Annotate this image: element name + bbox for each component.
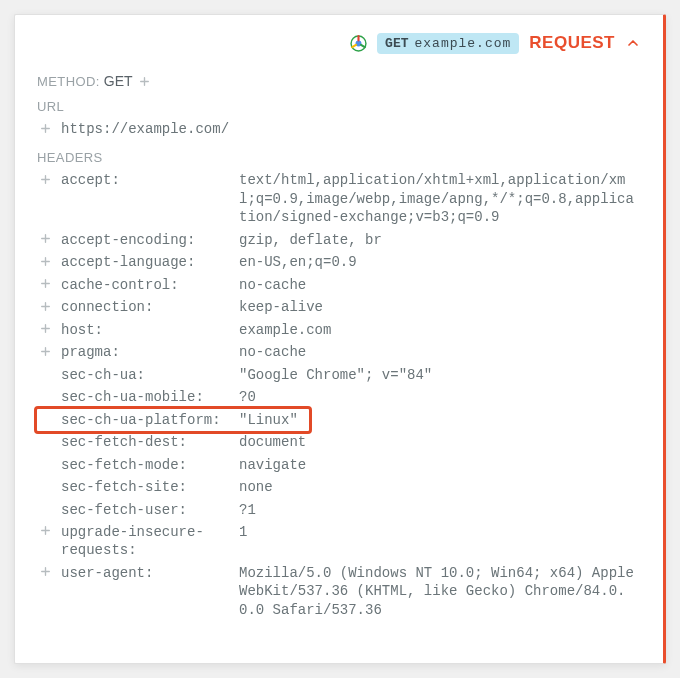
url-row: https://example.com/ xyxy=(37,118,641,140)
header-row: sec-ch-ua-platform:"Linux" xyxy=(37,409,641,431)
add-header-button[interactable] xyxy=(37,343,53,359)
add-method-button[interactable] xyxy=(137,73,153,89)
header-value: "Google Chrome"; v="84" xyxy=(239,366,641,384)
request-badge: GET example.com xyxy=(377,33,519,54)
header-name: sec-fetch-dest: xyxy=(61,433,231,451)
header-name: connection: xyxy=(61,298,231,316)
chrome-icon xyxy=(349,34,367,52)
header-name: accept-encoding: xyxy=(61,231,231,249)
header-row: cache-control:no-cache xyxy=(37,274,641,296)
header-row: sec-fetch-user:?1 xyxy=(37,499,641,521)
header-name: sec-ch-ua: xyxy=(61,366,231,384)
header-value: en-US,en;q=0.9 xyxy=(239,253,641,271)
header-row: sec-fetch-site:none xyxy=(37,476,641,498)
add-header-button[interactable] xyxy=(37,253,53,269)
add-header-button[interactable] xyxy=(37,321,53,337)
header-value: gzip, deflate, br xyxy=(239,231,641,249)
header-name: sec-fetch-user: xyxy=(61,501,231,519)
add-header-button[interactable] xyxy=(37,276,53,292)
collapse-toggle[interactable] xyxy=(625,35,641,51)
header-name: host: xyxy=(61,321,231,339)
header-value: text/html,application/xhtml+xml,applicat… xyxy=(239,171,641,226)
header-value: no-cache xyxy=(239,343,641,361)
header-row: pragma:no-cache xyxy=(37,341,641,363)
header-name: sec-fetch-mode: xyxy=(61,456,231,474)
header-row: sec-ch-ua:"Google Chrome"; v="84" xyxy=(37,364,641,386)
topbar: GET example.com REQUEST xyxy=(37,27,641,59)
header-name: sec-ch-ua-mobile: xyxy=(61,388,231,406)
spacer xyxy=(37,411,53,427)
spacer xyxy=(37,478,53,494)
header-name: sec-fetch-site: xyxy=(61,478,231,496)
header-value: navigate xyxy=(239,456,641,474)
request-panel: GET example.com REQUEST METHOD: GET URL … xyxy=(14,14,666,664)
header-row: host:example.com xyxy=(37,319,641,341)
header-value: keep-alive xyxy=(239,298,641,316)
header-value: none xyxy=(239,478,641,496)
spacer xyxy=(37,456,53,472)
method-row: METHOD: GET xyxy=(37,73,641,89)
url-label: URL xyxy=(37,99,641,114)
header-value: no-cache xyxy=(239,276,641,294)
headers-label: HEADERS xyxy=(37,150,641,165)
header-row: user-agent:Mozilla/5.0 (Windows NT 10.0;… xyxy=(37,562,641,621)
header-name: upgrade-insecure-requests: xyxy=(61,523,231,560)
header-row: accept-encoding:gzip, deflate, br xyxy=(37,229,641,251)
badge-method: GET xyxy=(385,36,408,51)
panel-title: REQUEST xyxy=(529,33,615,53)
header-row: sec-ch-ua-mobile:?0 xyxy=(37,386,641,408)
header-name: accept-language: xyxy=(61,253,231,271)
method-value: GET xyxy=(104,73,133,89)
spacer xyxy=(37,433,53,449)
url-value: https://example.com/ xyxy=(61,120,641,138)
add-header-button[interactable] xyxy=(37,171,53,187)
header-name: accept: xyxy=(61,171,231,189)
header-value: document xyxy=(239,433,641,451)
header-row: accept-language:en-US,en;q=0.9 xyxy=(37,251,641,273)
spacer xyxy=(37,366,53,382)
header-value: 1 xyxy=(239,523,641,541)
header-row: accept:text/html,application/xhtml+xml,a… xyxy=(37,169,641,228)
add-header-button[interactable] xyxy=(37,298,53,314)
add-header-button[interactable] xyxy=(37,523,53,539)
header-name: user-agent: xyxy=(61,564,231,582)
header-row: connection:keep-alive xyxy=(37,296,641,318)
header-row: upgrade-insecure-requests:1 xyxy=(37,521,641,562)
method-label: METHOD: xyxy=(37,74,100,89)
header-value: example.com xyxy=(239,321,641,339)
spacer xyxy=(37,388,53,404)
header-row: sec-fetch-mode:navigate xyxy=(37,454,641,476)
header-name: sec-ch-ua-platform: xyxy=(61,411,231,429)
headers-list: accept:text/html,application/xhtml+xml,a… xyxy=(37,169,641,621)
add-url-button[interactable] xyxy=(37,120,53,136)
header-value: ?1 xyxy=(239,501,641,519)
header-value: Mozilla/5.0 (Windows NT 10.0; Win64; x64… xyxy=(239,564,641,619)
header-value: ?0 xyxy=(239,388,641,406)
header-value: "Linux" xyxy=(239,411,641,429)
header-name: pragma: xyxy=(61,343,231,361)
badge-domain: example.com xyxy=(414,36,511,51)
header-row: sec-fetch-dest:document xyxy=(37,431,641,453)
add-header-button[interactable] xyxy=(37,231,53,247)
add-header-button[interactable] xyxy=(37,564,53,580)
spacer xyxy=(37,501,53,517)
header-name: cache-control: xyxy=(61,276,231,294)
